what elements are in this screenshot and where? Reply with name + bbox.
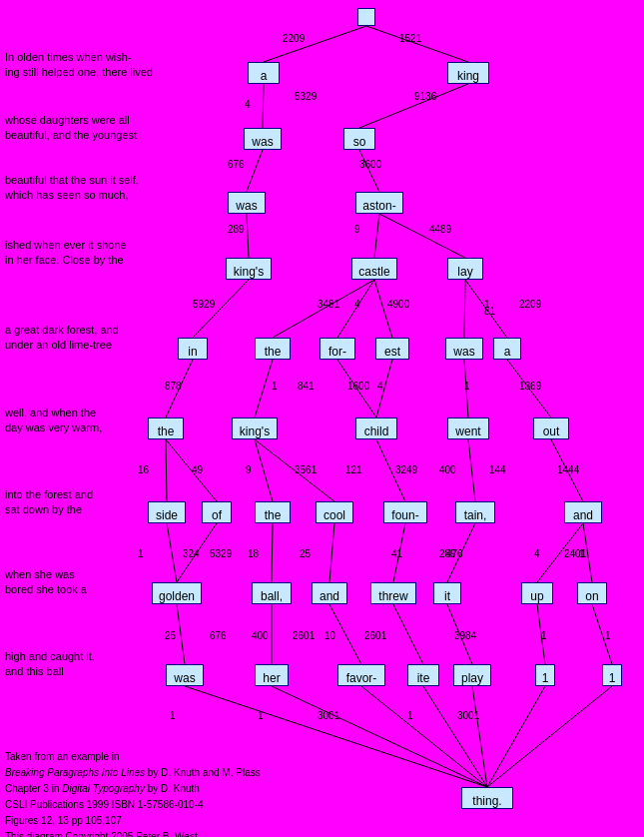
svg-text:3249: 3249 bbox=[395, 464, 418, 475]
svg-text:1: 1 bbox=[258, 710, 264, 721]
svg-text:1: 1 bbox=[407, 710, 413, 721]
svg-text:676: 676 bbox=[210, 630, 227, 641]
node-play: play bbox=[453, 664, 491, 686]
svg-text:41: 41 bbox=[391, 548, 403, 559]
svg-text:2401: 2401 bbox=[564, 548, 587, 559]
svg-line-8 bbox=[379, 214, 465, 258]
node-kings: king's bbox=[226, 258, 272, 280]
node-so: so bbox=[343, 128, 375, 150]
node-was3: was bbox=[445, 338, 483, 360]
node-ball: ball, bbox=[252, 582, 292, 604]
svg-line-0 bbox=[264, 26, 366, 62]
svg-text:878: 878 bbox=[165, 381, 182, 392]
svg-text:1: 1 bbox=[272, 381, 278, 392]
svg-text:3600: 3600 bbox=[359, 159, 382, 170]
node-favor: favor- bbox=[337, 664, 385, 686]
svg-text:476: 476 bbox=[446, 548, 463, 559]
node-a: a bbox=[248, 62, 280, 84]
svg-line-43 bbox=[185, 686, 487, 787]
node-thing: thing. bbox=[461, 787, 513, 809]
svg-text:4489: 4489 bbox=[429, 224, 452, 235]
svg-line-7 bbox=[374, 214, 379, 258]
node-one1: 1 bbox=[535, 664, 555, 686]
node-of: of bbox=[202, 501, 232, 523]
svg-line-36 bbox=[177, 604, 185, 664]
node-golden: golden bbox=[152, 582, 202, 604]
node-for: for- bbox=[320, 338, 355, 360]
node-was4: was bbox=[166, 664, 204, 686]
node-the1: the bbox=[255, 338, 291, 360]
svg-line-28 bbox=[167, 523, 177, 582]
svg-line-39 bbox=[393, 604, 423, 664]
svg-text:3001: 3001 bbox=[318, 710, 340, 721]
svg-text:5329: 5329 bbox=[295, 91, 318, 102]
svg-text:2601: 2601 bbox=[364, 630, 387, 641]
node-the2: the bbox=[148, 418, 184, 439]
svg-text:400: 400 bbox=[252, 630, 269, 641]
svg-line-47 bbox=[472, 686, 487, 787]
svg-text:400: 400 bbox=[439, 464, 456, 475]
node-and1: and bbox=[564, 501, 602, 523]
node-lay: lay bbox=[447, 258, 483, 280]
svg-text:2601: 2601 bbox=[293, 630, 316, 641]
svg-text:3561: 3561 bbox=[295, 464, 318, 475]
svg-text:3001: 3001 bbox=[457, 710, 480, 721]
svg-text:4: 4 bbox=[245, 99, 251, 110]
node-one2: 1 bbox=[602, 664, 622, 686]
svg-text:1: 1 bbox=[541, 630, 547, 641]
svg-text:144: 144 bbox=[489, 464, 506, 475]
svg-line-48 bbox=[487, 686, 545, 787]
svg-line-21 bbox=[166, 439, 167, 501]
svg-line-5 bbox=[359, 150, 379, 192]
svg-line-2 bbox=[263, 84, 264, 128]
svg-line-6 bbox=[247, 214, 249, 258]
svg-text:5329: 5329 bbox=[210, 548, 233, 559]
node-up: up bbox=[521, 582, 553, 604]
node-root bbox=[357, 8, 375, 26]
svg-text:81: 81 bbox=[484, 306, 496, 317]
node-threw: threw bbox=[370, 582, 416, 604]
svg-text:10: 10 bbox=[324, 630, 336, 641]
node-tain: tain, bbox=[455, 501, 495, 523]
svg-text:1: 1 bbox=[138, 548, 144, 559]
svg-text:1600: 1600 bbox=[347, 381, 370, 392]
svg-text:2209: 2209 bbox=[283, 33, 306, 44]
svg-text:4: 4 bbox=[354, 299, 360, 310]
svg-text:1: 1 bbox=[464, 381, 470, 392]
node-in: in bbox=[178, 338, 208, 360]
svg-text:9: 9 bbox=[354, 224, 360, 235]
svg-text:1521: 1521 bbox=[399, 33, 422, 44]
svg-text:5929: 5929 bbox=[193, 299, 216, 310]
svg-line-23 bbox=[255, 439, 273, 501]
svg-text:841: 841 bbox=[298, 381, 315, 392]
node-ite: ite bbox=[407, 664, 439, 686]
node-was1: was bbox=[244, 128, 282, 150]
node-cool: cool bbox=[316, 501, 353, 523]
svg-line-31 bbox=[329, 523, 334, 582]
svg-line-1 bbox=[366, 26, 468, 62]
svg-text:4: 4 bbox=[377, 381, 383, 392]
node-and2: and bbox=[312, 582, 347, 604]
node-king: king bbox=[447, 62, 489, 84]
svg-text:3984: 3984 bbox=[454, 630, 477, 641]
svg-text:18: 18 bbox=[248, 548, 260, 559]
svg-text:1444: 1444 bbox=[557, 464, 580, 475]
svg-text:676: 676 bbox=[228, 159, 245, 170]
node-the3: the bbox=[255, 501, 291, 523]
svg-text:9: 9 bbox=[246, 464, 252, 475]
node-aston: aston- bbox=[355, 192, 403, 214]
svg-line-4 bbox=[247, 150, 263, 192]
svg-text:1369: 1369 bbox=[519, 381, 542, 392]
node-a2: a bbox=[493, 338, 521, 360]
svg-text:9136: 9136 bbox=[414, 91, 437, 102]
svg-text:1: 1 bbox=[170, 710, 176, 721]
svg-line-16 bbox=[255, 360, 273, 418]
svg-text:25: 25 bbox=[300, 548, 312, 559]
node-was2: was bbox=[228, 192, 266, 214]
svg-line-13 bbox=[464, 280, 465, 338]
svg-text:2209: 2209 bbox=[519, 299, 542, 310]
svg-text:49: 49 bbox=[192, 464, 204, 475]
svg-line-49 bbox=[487, 686, 612, 787]
svg-line-30 bbox=[272, 523, 273, 582]
svg-text:4900: 4900 bbox=[387, 299, 410, 310]
